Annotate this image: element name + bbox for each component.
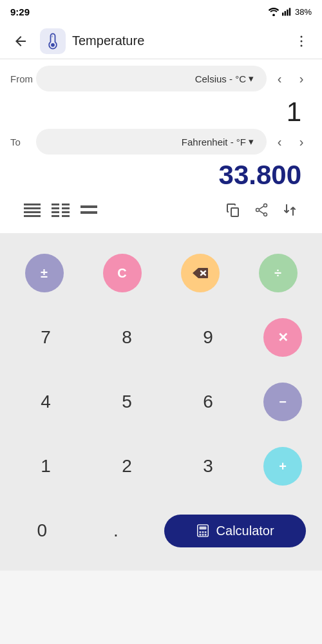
calculator-icon — [196, 524, 210, 538]
copy-icon — [225, 202, 241, 218]
battery-level: 38% — [295, 7, 312, 17]
svg-rect-3 — [287, 10, 288, 16]
key-dot[interactable]: . — [90, 508, 142, 553]
to-label: To — [10, 137, 36, 147]
to-next-button[interactable]: › — [291, 131, 312, 152]
svg-rect-19 — [62, 211, 70, 213]
svg-point-0 — [272, 14, 275, 16]
more-button[interactable] — [289, 28, 314, 54]
svg-rect-13 — [24, 215, 41, 217]
action-row — [10, 196, 312, 227]
svg-rect-33 — [199, 527, 206, 530]
backspace-key[interactable] — [181, 254, 220, 292]
copy-button[interactable] — [222, 198, 245, 222]
svg-point-9 — [301, 44, 303, 46]
svg-rect-34 — [199, 531, 201, 533]
svg-point-25 — [264, 204, 267, 207]
key-0[interactable]: 0 — [16, 508, 68, 553]
compact-list-button[interactable] — [21, 198, 44, 222]
svg-rect-17 — [62, 207, 70, 209]
keypad-row-2: 7 8 9 ✕ — [5, 305, 317, 370]
calculator-button[interactable]: Calculator — [164, 515, 306, 547]
svg-rect-21 — [62, 215, 70, 217]
share-button[interactable] — [250, 198, 273, 222]
short-list-icon — [80, 205, 97, 214]
key-9[interactable]: 9 — [182, 315, 234, 360]
conversion-section: From Celsius - °C ▾ ‹ › 1 To Fahrenheit … — [0, 59, 322, 233]
svg-rect-20 — [52, 215, 59, 217]
svg-rect-14 — [52, 204, 59, 205]
from-label: From — [10, 73, 36, 84]
svg-rect-11 — [24, 207, 41, 209]
swap-icon — [282, 202, 298, 218]
calculator-label: Calculator — [216, 524, 274, 538]
keypad-row-4: 1 2 3 + — [5, 434, 317, 498]
key-4[interactable]: 4 — [20, 379, 71, 424]
back-icon — [13, 33, 28, 49]
status-time: 9:29 — [10, 6, 30, 17]
key-7[interactable]: 7 — [20, 315, 71, 360]
svg-point-7 — [301, 35, 303, 37]
svg-rect-39 — [204, 534, 206, 536]
svg-rect-37 — [199, 534, 201, 536]
two-col-list-icon — [52, 203, 70, 217]
keypad-row-1: ± C ÷ — [5, 241, 317, 305]
key-3[interactable]: 3 — [182, 444, 234, 489]
status-icons: 38% — [268, 7, 312, 17]
svg-point-8 — [301, 40, 303, 42]
back-button[interactable] — [8, 28, 33, 54]
svg-rect-15 — [62, 204, 70, 205]
key-1[interactable]: 1 — [20, 444, 71, 489]
app-icon-container: ° — [40, 28, 66, 54]
more-icon — [294, 33, 309, 49]
action-icons — [222, 198, 301, 222]
compact-list-icon — [24, 203, 41, 217]
from-unit-text: Celsius - °C — [195, 73, 246, 84]
svg-rect-22 — [80, 205, 97, 208]
to-nav-arrows: ‹ › — [269, 131, 312, 152]
key-2[interactable]: 2 — [101, 444, 153, 489]
svg-rect-24 — [231, 208, 238, 216]
from-nav-arrows: ‹ › — [269, 68, 312, 89]
from-prev-button[interactable]: ‹ — [269, 68, 290, 89]
wifi-icon — [268, 7, 279, 16]
svg-rect-16 — [52, 207, 59, 209]
from-next-button[interactable]: › — [291, 68, 312, 89]
to-row: To Fahrenheit - °F ▾ ‹ › — [10, 129, 312, 155]
text-format-group — [21, 198, 100, 222]
app-title: Temperature — [72, 33, 289, 48]
svg-rect-10 — [24, 204, 41, 205]
svg-rect-18 — [52, 211, 59, 213]
svg-rect-4 — [289, 8, 290, 15]
divide-key[interactable]: ÷ — [259, 254, 298, 292]
two-col-list-button[interactable] — [49, 198, 72, 222]
to-prev-button[interactable]: ‹ — [269, 131, 290, 152]
to-dropdown-arrow: ▾ — [249, 136, 254, 147]
from-row: From Celsius - °C ▾ ‹ › — [10, 66, 312, 91]
clear-key[interactable]: C — [103, 254, 142, 292]
minus-key[interactable]: − — [263, 383, 302, 421]
from-unit-selector[interactable]: Celsius - °C ▾ — [36, 66, 267, 91]
short-list-button[interactable] — [77, 198, 100, 222]
from-dropdown-arrow: ▾ — [249, 73, 254, 84]
svg-rect-38 — [202, 534, 204, 536]
key-5[interactable]: 5 — [101, 379, 153, 424]
add-key[interactable]: + — [263, 447, 302, 486]
svg-line-29 — [259, 211, 263, 214]
app-bar: ° Temperature — [0, 23, 322, 59]
key-8[interactable]: 8 — [101, 315, 153, 360]
backspace-icon — [192, 267, 209, 279]
input-value: 1 — [10, 95, 312, 129]
key-6[interactable]: 6 — [182, 379, 234, 424]
to-unit-selector[interactable]: Fahrenheit - °F ▾ — [36, 129, 267, 155]
plus-minus-key[interactable]: ± — [25, 254, 64, 292]
share-icon — [254, 202, 269, 218]
output-value: 33.800 — [10, 158, 312, 196]
svg-rect-1 — [282, 13, 283, 16]
keypad: ± C ÷ 7 8 9 ✕ 4 5 6 − 1 2 3 + 0 . — [0, 233, 322, 571]
multiply-key[interactable]: ✕ — [263, 318, 302, 357]
svg-point-27 — [264, 213, 267, 216]
swap-button[interactable] — [278, 198, 301, 222]
svg-point-5 — [51, 43, 55, 46]
keypad-row-3: 4 5 6 − — [5, 370, 317, 434]
